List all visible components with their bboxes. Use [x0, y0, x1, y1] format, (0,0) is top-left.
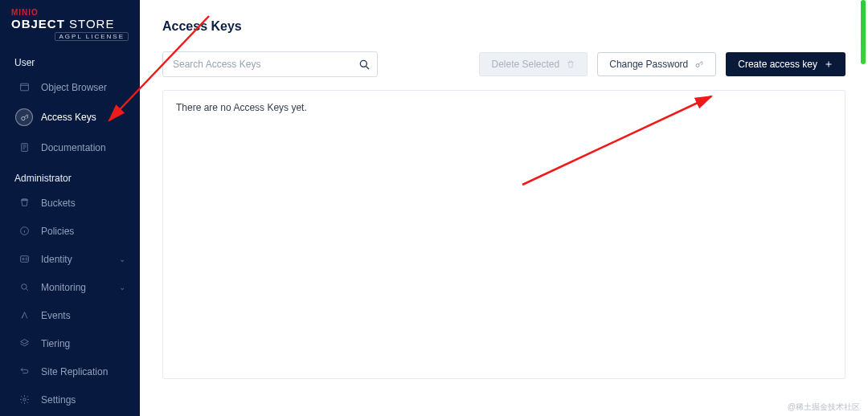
- sidebar-item-monitoring[interactable]: Monitoring ⌄: [0, 273, 140, 301]
- sidebar-item-identity[interactable]: Identity ⌄: [0, 245, 140, 273]
- svg-rect-5: [21, 256, 29, 263]
- brand-word-object: OBJECT: [11, 17, 65, 31]
- key-badge-icon: [15, 108, 33, 126]
- sidebar-item-buckets[interactable]: Buckets: [0, 189, 140, 217]
- sidebar-item-label: Access Keys: [41, 112, 96, 123]
- id-icon: [18, 252, 31, 266]
- main-content: Access Keys Delete Selected Change Passw…: [140, 0, 868, 416]
- sidebar-item-documentation[interactable]: Documentation: [0, 133, 140, 161]
- svg-rect-2: [22, 144, 28, 152]
- nav-section-administrator: Administrator: [0, 161, 140, 189]
- search-button[interactable]: [355, 55, 373, 73]
- svg-point-8: [23, 398, 26, 401]
- key-icon: [694, 59, 704, 69]
- delete-selected-button: Delete Selected: [479, 52, 588, 76]
- change-password-button[interactable]: Change Password: [597, 52, 716, 76]
- bucket-icon: [18, 196, 31, 210]
- sidebar-item-label: Identity: [41, 254, 72, 265]
- nav-section-user: User: [0, 46, 140, 73]
- monitoring-icon: [18, 280, 31, 294]
- button-label: Delete Selected: [491, 59, 559, 70]
- empty-state-message: There are no Access Keys yet.: [176, 102, 832, 113]
- license-badge: AGPL LICENSE: [55, 32, 129, 41]
- sidebar-item-label: Documentation: [41, 142, 106, 153]
- brand-line2: OBJECT STORE: [11, 17, 129, 31]
- sidebar-item-access-keys[interactable]: Access Keys: [0, 101, 140, 133]
- sidebar-item-label: Events: [41, 310, 71, 321]
- sidebar-item-site-replication[interactable]: Site Replication: [0, 357, 140, 385]
- plus-icon: [824, 59, 833, 69]
- search-icon: [358, 58, 371, 71]
- replicate-icon: [18, 365, 31, 378]
- gear-icon: [18, 393, 31, 406]
- page-title: Access Keys: [162, 19, 845, 34]
- sidebar-item-tiering[interactable]: Tiering: [0, 329, 140, 357]
- sidebar-item-object-browser[interactable]: Object Browser: [0, 73, 140, 101]
- chevron-down-icon: ⌄: [119, 255, 125, 263]
- doc-icon: [18, 141, 31, 154]
- sidebar-item-label: Settings: [41, 394, 76, 406]
- search-wrap: [162, 51, 378, 77]
- info-icon: [18, 224, 31, 238]
- browser-icon: [18, 80, 31, 94]
- svg-point-6: [23, 258, 24, 259]
- brand-logo: MINIO OBJECT STORE AGPL LICENSE: [0, 0, 140, 46]
- sidebar-item-settings[interactable]: Settings: [0, 385, 140, 414]
- svg-rect-0: [21, 84, 29, 91]
- sidebar-item-label: Tiering: [41, 338, 70, 349]
- toolbar: Delete Selected Change Password Create a…: [140, 43, 868, 85]
- layers-icon: [18, 336, 31, 350]
- brand-word-store: STORE: [69, 17, 114, 31]
- trash-icon: [566, 59, 575, 69]
- svg-point-7: [22, 284, 27, 290]
- scrollbar-indicator: [861, 0, 866, 64]
- sidebar: MINIO OBJECT STORE AGPL LICENSE User Obj…: [0, 0, 140, 416]
- page-header: Access Keys: [140, 0, 868, 43]
- button-label: Change Password: [609, 59, 688, 70]
- sidebar-item-label: Buckets: [41, 198, 76, 209]
- sidebar-item-label: Site Replication: [41, 366, 108, 377]
- brand-line1: MINIO: [11, 8, 129, 17]
- sidebar-item-events[interactable]: Events: [0, 301, 140, 329]
- chevron-down-icon: ⌄: [119, 283, 125, 292]
- svg-point-9: [360, 60, 366, 67]
- sidebar-item-policies[interactable]: Policies: [0, 217, 140, 245]
- search-input[interactable]: [162, 51, 378, 77]
- watermark: @稀土掘金技术社区: [788, 402, 860, 413]
- create-access-key-button[interactable]: Create access key: [726, 52, 845, 76]
- button-label: Create access key: [738, 59, 817, 70]
- sidebar-item-label: Policies: [41, 226, 74, 237]
- svg-point-10: [696, 64, 699, 67]
- access-keys-list: There are no Access Keys yet.: [162, 90, 845, 379]
- svg-point-1: [21, 116, 24, 120]
- app-root: MINIO OBJECT STORE AGPL LICENSE User Obj…: [0, 0, 868, 416]
- lambda-icon: [18, 308, 31, 322]
- sidebar-item-label: Object Browser: [41, 82, 107, 93]
- sidebar-item-label: Monitoring: [41, 282, 86, 293]
